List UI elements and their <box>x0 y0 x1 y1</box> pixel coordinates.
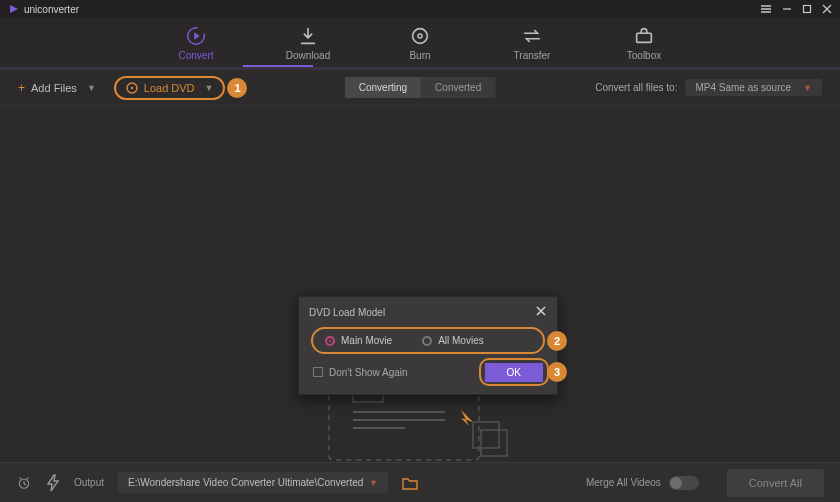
modal-close-icon[interactable] <box>535 305 547 319</box>
output-path-value: E:\Wondershare Video Converter Ultimate\… <box>128 477 363 488</box>
status-segment: Converting Converted <box>345 77 496 98</box>
close-icon[interactable] <box>822 4 832 14</box>
transfer-icon <box>521 25 543 47</box>
radio-all-movies[interactable]: All Movies <box>422 335 484 346</box>
toolbox-icon <box>633 25 655 47</box>
burn-icon <box>409 25 431 47</box>
canvas: DVD Load Model Main Movie All Movies 2 <box>0 106 840 462</box>
step-badge-1: 1 <box>227 78 247 98</box>
open-folder-icon[interactable] <box>402 476 418 490</box>
convert-icon <box>185 25 207 47</box>
step-badge-3: 3 <box>547 362 567 382</box>
tab-convert[interactable]: Convert <box>161 25 231 67</box>
plus-icon: + <box>18 81 25 95</box>
title-bar: uniconverter <box>0 0 840 18</box>
tab-burn[interactable]: Burn <box>385 25 455 67</box>
svg-marker-15 <box>461 410 473 426</box>
download-icon <box>297 25 319 47</box>
tab-underline <box>243 65 313 67</box>
tab-label: Transfer <box>514 50 551 61</box>
svg-marker-4 <box>194 32 200 39</box>
tab-label: Convert <box>178 50 213 61</box>
action-bar: + Add Files ▼ Load DVD ▼ 1 Converting Co… <box>0 70 840 106</box>
menu-icon[interactable] <box>760 3 772 15</box>
tab-download[interactable]: Download <box>273 25 343 67</box>
dont-show-label: Don't Show Again <box>329 367 408 378</box>
app-logo-icon <box>8 3 20 15</box>
radio-dot-icon <box>422 336 432 346</box>
svg-point-5 <box>413 29 428 44</box>
merge-toggle[interactable] <box>669 476 699 490</box>
alarm-icon[interactable] <box>16 475 32 491</box>
chevron-down-icon: ▼ <box>803 83 812 93</box>
gpu-accel-icon[interactable] <box>46 474 60 492</box>
svg-rect-2 <box>804 6 811 13</box>
merge-label: Merge All Videos <box>586 477 661 488</box>
dont-show-again-checkbox[interactable]: Don't Show Again <box>313 367 408 378</box>
format-preset-dropdown[interactable]: MP4 Same as source ▼ <box>685 79 822 96</box>
svg-rect-7 <box>637 33 652 42</box>
radio-main-movie[interactable]: Main Movie <box>325 335 392 346</box>
tab-toolbox[interactable]: Toolbox <box>609 25 679 67</box>
modal-title: DVD Load Model <box>309 307 385 318</box>
chevron-down-icon: ▼ <box>87 83 96 93</box>
step-badge-2: 2 <box>547 331 567 351</box>
radio-dot-selected-icon <box>325 336 335 346</box>
add-files-label: Add Files <box>31 82 77 94</box>
chevron-down-icon: ▼ <box>205 83 214 93</box>
modal-footer: Don't Show Again OK 3 <box>299 354 557 394</box>
tab-label: Toolbox <box>627 50 661 61</box>
maximize-icon[interactable] <box>802 4 812 14</box>
modal-radio-row: Main Movie All Movies 2 <box>299 327 557 354</box>
radio-label: Main Movie <box>341 335 392 346</box>
svg-rect-16 <box>473 422 499 448</box>
svg-rect-17 <box>481 430 507 456</box>
convert-all-button[interactable]: Convert All <box>727 469 824 497</box>
output-label: Output <box>74 477 104 488</box>
checkbox-icon <box>313 367 323 377</box>
add-files-button[interactable]: + Add Files ▼ <box>18 81 96 95</box>
radio-label: All Movies <box>438 335 484 346</box>
format-preset-value: MP4 Same as source <box>695 82 791 93</box>
svg-point-9 <box>131 86 133 88</box>
tab-label: Download <box>286 50 330 61</box>
app-window: uniconverter Convert <box>0 0 840 502</box>
load-dvd-label: Load DVD <box>144 82 195 94</box>
tab-transfer[interactable]: Transfer <box>497 25 567 67</box>
load-dvd-button[interactable]: Load DVD ▼ <box>114 76 226 100</box>
merge-all-videos: Merge All Videos <box>586 476 699 490</box>
dvd-load-modal: DVD Load Model Main Movie All Movies 2 <box>298 296 558 395</box>
chevron-down-icon: ▼ <box>369 478 378 488</box>
svg-point-6 <box>418 34 422 38</box>
ok-button[interactable]: OK <box>485 363 543 382</box>
app-title: uniconverter <box>24 4 79 15</box>
minimize-icon[interactable] <box>782 4 792 14</box>
convert-all-label: Convert all files to: <box>595 82 677 93</box>
modal-header: DVD Load Model <box>299 297 557 327</box>
svg-marker-0 <box>10 5 18 13</box>
tab-label: Burn <box>409 50 430 61</box>
segment-converted[interactable]: Converted <box>421 77 495 98</box>
segment-converting[interactable]: Converting <box>345 77 421 98</box>
main-tabs: Convert Download Burn Transfer Toolbox <box>0 18 840 68</box>
disc-icon <box>126 82 138 94</box>
